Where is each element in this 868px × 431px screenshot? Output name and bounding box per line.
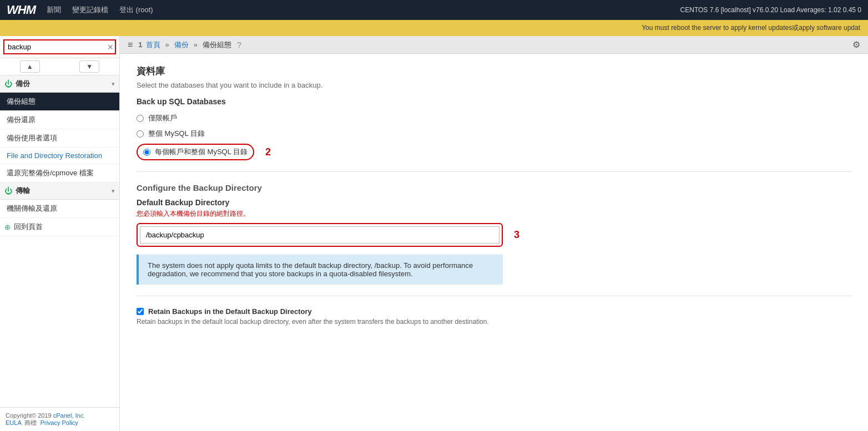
radio-group-db: 僅限帳戶 整個 MySQL 目錄 每個帳戶和整個 MySQL 目錄 2	[137, 111, 851, 160]
main-content: ≡ 1 首頁 » 備份 » 備份組態 ? ⚙ 資料庫 Select the da…	[120, 36, 868, 431]
backup-dir-title: Configure the Backup Directory	[137, 183, 851, 192]
chevron-down-icon: ▾	[112, 80, 115, 88]
annotation-2: 2	[265, 146, 271, 158]
sidebar-item-restore-full[interactable]: 還原完整備份/cpmove 檔案	[0, 164, 119, 182]
radio-accounts-only[interactable]	[137, 115, 144, 122]
section-divider-2	[137, 296, 851, 296]
section-divider-1	[137, 171, 851, 172]
breadcrumb-left: ≡ 1 首頁 » 備份 » 備份組態 ?	[128, 40, 241, 50]
backup-dir-hint: 您必須輸入本機備份目錄的絕對路徑。	[137, 209, 851, 219]
backup-sql-label: Back up SQL Databases	[137, 97, 851, 106]
retain-backups-checkbox-row[interactable]: Retain Backups in the Default Backup Dir…	[137, 307, 851, 316]
nav-up-button[interactable]: ▲	[20, 60, 40, 73]
sidebar: ✕ ▲ ▼ ⏻ 備份 ▾ 備份組態 備份還原 備份使用者選項 File and …	[0, 36, 120, 431]
retain-backups-checkbox[interactable]	[137, 308, 144, 315]
sidebar-item-transfer-restore[interactable]: 機關傳輸及還原	[0, 200, 119, 218]
breadcrumb-section[interactable]: 備份	[174, 40, 189, 50]
nav-down-button[interactable]: ▼	[79, 60, 99, 73]
notice-bar: You must reboot the server to apply kern…	[0, 20, 868, 36]
sidebar-footer: Copyright© 2019 cPanel, Inc. EULA 商標 Pri…	[0, 407, 119, 431]
nav-logout[interactable]: 登出 (root)	[119, 5, 153, 15]
breadcrumb-right: ⚙	[852, 39, 860, 50]
home-icon: ⊕	[4, 223, 11, 231]
database-desc: Select the databases that you want to in…	[137, 81, 851, 89]
topbar: WHM 新聞 變更記錄檔 登出 (root) CENTOS 7.6 [local…	[0, 0, 868, 20]
whm-logo: WHM	[7, 3, 36, 17]
backup-section-icon: ⏻	[4, 79, 12, 88]
breadcrumb-current: 備份組態	[203, 40, 231, 50]
cpanel-link[interactable]: cPanel, Inc.	[53, 412, 85, 419]
nav-news[interactable]: 新聞	[47, 5, 61, 15]
sidebar-section-transfer[interactable]: ⏻ 傳輸 ▾	[0, 182, 119, 200]
radio-mysql-dir[interactable]	[137, 130, 144, 138]
radio-option-mysql-dir[interactable]: 整個 MySQL 目錄	[137, 127, 851, 140]
transfer-section-title: 傳輸	[16, 186, 30, 196]
retain-backups-desc: Retain backups in the default local back…	[137, 318, 503, 326]
backup-dir-section: Configure the Backup Directory Default B…	[137, 183, 851, 285]
eula-link[interactable]: EULA	[6, 419, 21, 426]
sidebar-item-backup-user-options[interactable]: 備份使用者選項	[0, 129, 119, 148]
database-section: 資料庫 Select the databases that you want t…	[137, 65, 851, 160]
breadcrumb-bar: ≡ 1 首頁 » 備份 » 備份組態 ? ⚙	[120, 36, 868, 54]
database-title: 資料庫	[137, 65, 851, 78]
go-home-label: 回到頁首	[14, 222, 43, 232]
nav-changelog[interactable]: 變更記錄檔	[72, 5, 108, 15]
transfer-section-icon: ⏻	[4, 186, 12, 195]
radio-option-each-account[interactable]: 每個帳戶和整個 MySQL 目錄	[137, 144, 254, 160]
backup-dir-info-box: The system does not apply quota limits t…	[137, 255, 503, 285]
backup-dir-field-label: Default Backup Directory	[137, 198, 851, 207]
retain-backups-label: Retain Backups in the Default Backup Dir…	[148, 307, 312, 316]
privacy-link[interactable]: Privacy Policy	[40, 419, 78, 426]
annotation-3: 3	[514, 229, 519, 241]
topbar-sysinfo: CENTOS 7.6 [localhost] v76.0.20 Load Ave…	[680, 6, 861, 14]
radio-option-accounts-only[interactable]: 僅限帳戶	[137, 111, 851, 125]
page-body: 資料庫 Select the databases that you want t…	[120, 54, 868, 337]
search-box-wrap: ✕	[0, 36, 119, 58]
backup-dir-input-wrap	[137, 223, 503, 247]
settings-icon[interactable]: ⚙	[852, 40, 860, 49]
topbar-left: WHM 新聞 變更記錄檔 登出 (root)	[7, 3, 153, 17]
radio-accounts-only-label: 僅限帳戶	[148, 113, 177, 123]
search-clear-button[interactable]: ✕	[107, 43, 114, 52]
breadcrumb-number: 1	[138, 40, 142, 49]
transfer-chevron-icon: ▾	[112, 187, 115, 195]
retain-section: Retain Backups in the Default Backup Dir…	[137, 307, 851, 326]
help-icon[interactable]: ?	[237, 40, 241, 49]
radio-each-account-label: 每個帳戶和整個 MySQL 目錄	[155, 147, 248, 157]
radio-mysql-dir-label: 整個 MySQL 目錄	[148, 129, 205, 139]
sidebar-section-backup[interactable]: ⏻ 備份 ▾	[0, 75, 119, 93]
menu-icon[interactable]: ≡	[128, 40, 133, 50]
sidebar-item-backup-restore[interactable]: 備份還原	[0, 111, 119, 129]
sidebar-item-backup-config[interactable]: 備份組態	[0, 93, 119, 111]
layout: ✕ ▲ ▼ ⏻ 備份 ▾ 備份組態 備份還原 備份使用者選項 File and …	[0, 36, 868, 431]
sidebar-nav-arrows: ▲ ▼	[0, 58, 119, 75]
breadcrumb-home[interactable]: 首頁	[146, 40, 160, 50]
sidebar-item-file-restore[interactable]: File and Directory Restoration	[0, 148, 119, 164]
sidebar-go-home[interactable]: ⊕ 回到頁首	[0, 218, 119, 236]
backup-section-title: 備份	[16, 79, 30, 89]
backup-dir-input[interactable]	[140, 226, 499, 244]
search-input[interactable]	[3, 39, 116, 54]
radio-each-account[interactable]	[143, 149, 150, 156]
